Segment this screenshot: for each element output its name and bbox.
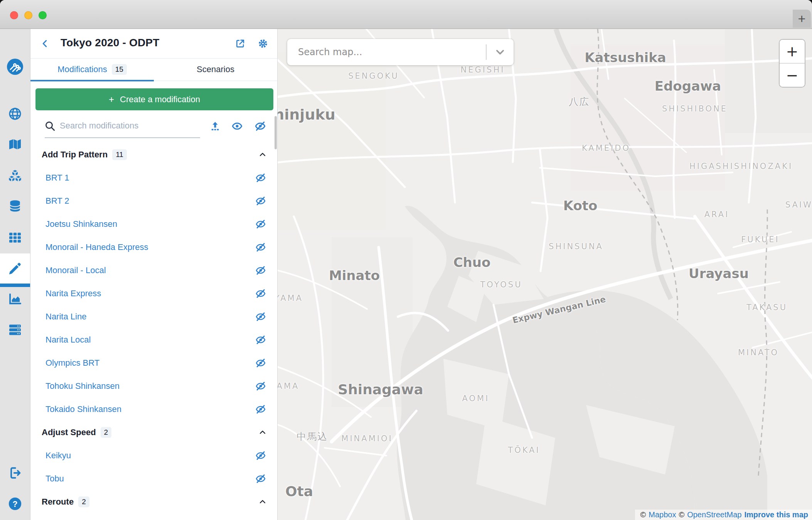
modification-list-item: Olympics BRT bbox=[30, 351, 277, 375]
modification-link[interactable]: Monorail - Haneda Express bbox=[45, 242, 148, 252]
app-icon-rail: ? bbox=[0, 29, 30, 520]
create-modification-button[interactable]: + Create a modification bbox=[35, 88, 273, 110]
sign-out-icon[interactable] bbox=[0, 458, 30, 488]
regional-server-icon[interactable] bbox=[0, 315, 30, 345]
section-label: Reroute bbox=[42, 497, 74, 507]
chevron-up-icon[interactable] bbox=[258, 150, 267, 161]
eye-slash-icon[interactable] bbox=[255, 196, 266, 208]
hide-all-eye-slash-icon[interactable] bbox=[254, 120, 266, 132]
project-title: Tokyo 2020 - ODPT bbox=[61, 37, 160, 49]
modification-link[interactable]: BRT 2 bbox=[45, 196, 69, 206]
modification-section-header[interactable]: Reroute2 bbox=[30, 490, 277, 513]
openstreetmap-link[interactable]: OpenStreetMap bbox=[687, 510, 741, 519]
close-window-button[interactable] bbox=[10, 11, 18, 19]
show-all-eye-icon[interactable] bbox=[231, 120, 243, 132]
conveyal-logo-icon[interactable] bbox=[0, 52, 30, 82]
eye-slash-icon[interactable] bbox=[255, 450, 266, 463]
chevron-up-icon[interactable] bbox=[258, 428, 267, 439]
grid-icon[interactable] bbox=[0, 223, 30, 253]
eye-slash-icon[interactable] bbox=[255, 404, 266, 416]
map-city-label: hinjuku bbox=[278, 106, 335, 123]
help-icon[interactable]: ? bbox=[0, 489, 30, 519]
map-district-label: MINATO bbox=[738, 348, 779, 357]
chevron-down-icon[interactable] bbox=[487, 46, 514, 58]
minimize-window-button[interactable] bbox=[24, 11, 32, 19]
search-modifications-input[interactable] bbox=[59, 118, 192, 134]
improve-map-link[interactable]: Improve this map bbox=[744, 510, 808, 519]
bundles-cubes-icon[interactable] bbox=[0, 160, 30, 191]
eye-slash-icon[interactable] bbox=[255, 381, 266, 393]
map-district-label: ARAI bbox=[704, 210, 729, 219]
modification-link[interactable]: Tohoku Shinkansen bbox=[45, 381, 120, 391]
eye-slash-icon[interactable] bbox=[255, 358, 266, 370]
zoom-in-button[interactable]: + bbox=[780, 40, 805, 64]
zoom-window-button[interactable] bbox=[39, 11, 47, 19]
eye-slash-icon[interactable] bbox=[255, 473, 266, 486]
plus-icon: + bbox=[109, 94, 114, 105]
upload-icon[interactable] bbox=[209, 120, 221, 132]
modification-list-item: Narita Express bbox=[30, 282, 277, 305]
map-city-label: Edogawa bbox=[655, 78, 721, 94]
eye-slash-icon[interactable] bbox=[255, 172, 266, 185]
modification-link[interactable]: Tobu bbox=[45, 474, 64, 484]
modification-list-item: Narita Local bbox=[30, 328, 277, 351]
map[interactable]: KatsushikaEdogawahinjukuKotoChuoMinatoUr… bbox=[278, 29, 812, 520]
external-link-icon[interactable] bbox=[234, 37, 246, 50]
eye-slash-icon[interactable] bbox=[255, 311, 266, 324]
search-icon bbox=[44, 120, 56, 133]
map-search-input[interactable] bbox=[297, 46, 486, 58]
map-city-label: Minato bbox=[329, 268, 380, 283]
chevron-up-icon[interactable] bbox=[258, 497, 267, 508]
panel-scrollbar[interactable] bbox=[275, 116, 277, 149]
gear-icon[interactable] bbox=[257, 37, 269, 50]
edit-pencil-icon[interactable] bbox=[0, 253, 30, 284]
tab-scenarios[interactable]: Scenarios bbox=[154, 58, 277, 81]
modification-link[interactable]: Narita Line bbox=[45, 312, 86, 322]
modification-link[interactable]: Tokaido Shinkansen bbox=[45, 404, 121, 414]
modification-list-item: BRT 2 bbox=[30, 189, 277, 213]
modification-link[interactable]: Joetsu Shinkansen bbox=[45, 219, 117, 229]
eye-slash-icon[interactable] bbox=[255, 242, 266, 254]
map-district-label: FUKUEI bbox=[741, 235, 780, 244]
map-city-label: Chuo bbox=[453, 255, 491, 270]
map-district-label: SHISHIBONE bbox=[662, 104, 728, 113]
modification-section-header[interactable]: Adjust Speed2 bbox=[30, 421, 277, 444]
svg-text:?: ? bbox=[12, 500, 17, 509]
modification-section-header[interactable]: Add Trip Pattern11 bbox=[30, 143, 277, 166]
modification-list-item: Joetsu Shinkansen bbox=[30, 213, 277, 236]
eye-slash-icon[interactable] bbox=[255, 265, 266, 277]
tab-modifications-label: Modifications bbox=[57, 64, 107, 74]
map-zoom-control: + − bbox=[779, 39, 805, 88]
zoom-out-button[interactable]: − bbox=[780, 64, 805, 87]
modification-link[interactable]: BRT 1 bbox=[45, 173, 69, 183]
modification-link[interactable]: Keikyu bbox=[45, 451, 71, 461]
app-window: + bbox=[0, 0, 812, 520]
back-button[interactable] bbox=[39, 37, 51, 50]
modification-search-row bbox=[30, 115, 277, 138]
map-cjk-label: 八広 bbox=[569, 95, 590, 108]
tab-modifications[interactable]: Modifications 15 bbox=[30, 58, 154, 81]
eye-slash-icon[interactable] bbox=[255, 219, 266, 231]
analyze-chart-area-icon[interactable] bbox=[0, 284, 30, 314]
opportunity-database-icon[interactable] bbox=[0, 191, 30, 221]
eye-slash-icon[interactable] bbox=[255, 334, 266, 347]
regions-globe-icon[interactable] bbox=[0, 99, 30, 129]
map-icon[interactable] bbox=[0, 129, 30, 159]
map-district-label: SENGOKU bbox=[348, 71, 399, 81]
section-count-badge: 2 bbox=[78, 496, 89, 507]
section-label: Add Trip Pattern bbox=[42, 150, 108, 160]
map-district-label: TAKASU bbox=[746, 303, 787, 312]
modification-list-item: Narita Line bbox=[30, 305, 277, 328]
modification-link[interactable]: Narita Local bbox=[45, 335, 91, 345]
modification-link[interactable]: Monorail - Local bbox=[45, 265, 106, 275]
modification-list-item: Keikyu bbox=[30, 444, 277, 467]
map-district-label: AOMI bbox=[462, 394, 490, 403]
tab-modifications-count: 15 bbox=[112, 64, 127, 75]
eye-slash-icon[interactable] bbox=[255, 288, 266, 301]
modification-link[interactable]: Olympics BRT bbox=[45, 358, 99, 368]
panel-tabs: Modifications 15 Scenarios bbox=[30, 58, 277, 81]
modification-link[interactable]: Narita Express bbox=[45, 289, 101, 299]
map-city-label: Koto bbox=[563, 198, 598, 213]
new-tab-button[interactable]: + bbox=[793, 10, 811, 28]
mapbox-link[interactable]: Mapbox bbox=[649, 510, 676, 519]
